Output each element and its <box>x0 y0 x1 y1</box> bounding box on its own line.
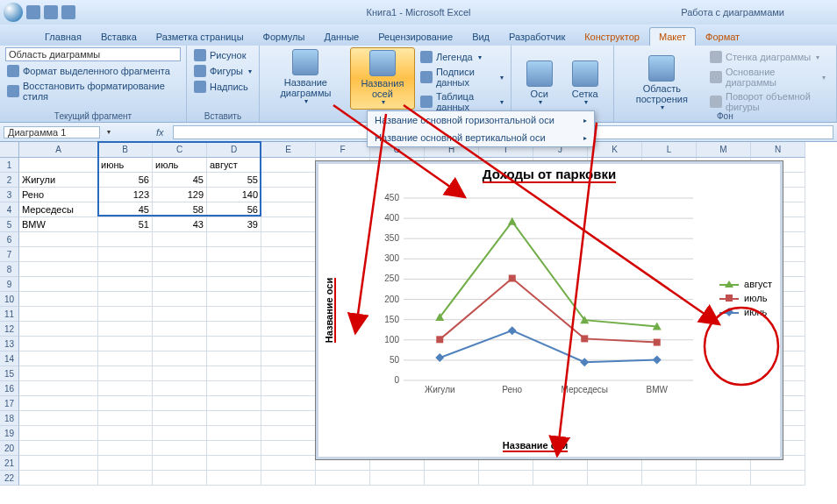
cell-C11[interactable] <box>153 307 207 322</box>
cell-D2[interactable]: 55 <box>207 173 261 188</box>
cell-A13[interactable] <box>19 337 98 351</box>
cell-D17[interactable] <box>207 396 261 411</box>
cell-C3[interactable]: 129 <box>153 188 207 202</box>
cell-A14[interactable] <box>19 351 98 366</box>
cell-B5[interactable]: 51 <box>98 217 153 232</box>
cell-C16[interactable] <box>153 381 207 396</box>
row-header-18[interactable]: 18 <box>0 411 19 426</box>
cell-B6[interactable] <box>98 232 153 247</box>
cell-D13[interactable] <box>207 337 261 351</box>
cell-E2[interactable] <box>261 173 316 188</box>
cell-K22[interactable] <box>588 471 642 486</box>
row-header-15[interactable]: 15 <box>0 366 19 381</box>
qat-save[interactable] <box>26 5 40 19</box>
cell-E18[interactable] <box>261 411 316 426</box>
cell-D22[interactable] <box>207 471 261 486</box>
cell-E5[interactable] <box>261 217 316 232</box>
cell-F22[interactable] <box>316 471 370 486</box>
cell-C17[interactable] <box>153 396 207 411</box>
chart-object[interactable]: Доходы от парковки Название оси 05010015… <box>315 160 783 460</box>
cell-A21[interactable] <box>19 456 98 471</box>
chart-title-button[interactable]: Название диаграммы▾ <box>261 47 350 108</box>
cell-A20[interactable] <box>19 441 98 456</box>
cell-D15[interactable] <box>207 366 261 381</box>
cell-C21[interactable] <box>153 456 207 471</box>
cell-D1[interactable]: август <box>207 158 261 173</box>
cell-C1[interactable]: июль <box>153 158 207 173</box>
cell-E7[interactable] <box>261 247 316 262</box>
cell-L22[interactable] <box>642 471 697 486</box>
cell-D8[interactable] <box>207 262 261 277</box>
cell-C13[interactable] <box>153 337 207 351</box>
cell-A17[interactable] <box>19 396 98 411</box>
gridlines-button[interactable]: Сетка▾ <box>562 47 608 120</box>
legend-button[interactable]: Легенда▾ <box>418 49 505 65</box>
legend-item-июнь[interactable]: июнь <box>719 307 772 317</box>
tab-рецензирование[interactable]: Рецензирование <box>368 27 462 46</box>
chart-legend[interactable]: августиюльиюнь <box>719 275 772 321</box>
cell-B4[interactable]: 45 <box>98 202 153 217</box>
cell-E22[interactable] <box>261 471 316 486</box>
tab-вставка[interactable]: Вставка <box>91 27 147 46</box>
cell-B17[interactable] <box>98 396 153 411</box>
row-header-13[interactable]: 13 <box>0 337 19 351</box>
row-header-4[interactable]: 4 <box>0 202 19 217</box>
cell-E12[interactable] <box>261 322 316 337</box>
cell-C18[interactable] <box>153 411 207 426</box>
cell-A8[interactable] <box>19 262 98 277</box>
primary-v-axis-title-item[interactable]: Название основной вертикальной оси▸ <box>368 129 594 146</box>
row-header-1[interactable]: 1 <box>0 158 19 173</box>
row-header-11[interactable]: 11 <box>0 307 19 322</box>
col-header-N[interactable]: N <box>751 142 805 158</box>
cell-A9[interactable] <box>19 277 98 292</box>
cell-E11[interactable] <box>261 307 316 322</box>
cell-B21[interactable] <box>98 456 153 471</box>
plot-area-button[interactable]: Область построения▾ <box>619 47 705 120</box>
row-header-3[interactable]: 3 <box>0 188 19 202</box>
tab-главная[interactable]: Главная <box>35 27 91 46</box>
cell-E21[interactable] <box>261 456 316 471</box>
cell-A4[interactable]: Мерседесы <box>19 202 98 217</box>
name-box[interactable]: Диаграмма 1 <box>4 126 100 138</box>
cell-B16[interactable] <box>98 381 153 396</box>
cell-A12[interactable] <box>19 322 98 337</box>
chart-title[interactable]: Доходы от парковки <box>316 167 783 183</box>
cell-G22[interactable] <box>370 471 425 486</box>
cell-C6[interactable] <box>153 232 207 247</box>
cell-C9[interactable] <box>153 277 207 292</box>
tab-макет[interactable]: Макет <box>649 27 696 46</box>
cell-B18[interactable] <box>98 411 153 426</box>
format-selection-button[interactable]: Формат выделенного фрагмента <box>5 63 181 79</box>
cell-E6[interactable] <box>261 232 316 247</box>
cell-D20[interactable] <box>207 441 261 456</box>
tab-разработчик[interactable]: Разработчик <box>499 27 575 46</box>
cell-B2[interactable]: 56 <box>98 173 153 188</box>
cell-E1[interactable] <box>261 158 316 173</box>
cell-C10[interactable] <box>153 292 207 307</box>
cell-E14[interactable] <box>261 351 316 366</box>
cell-D7[interactable] <box>207 247 261 262</box>
cell-C5[interactable]: 43 <box>153 217 207 232</box>
cell-J22[interactable] <box>533 471 588 486</box>
y-axis-title[interactable]: Название оси <box>324 266 336 354</box>
cell-B3[interactable]: 123 <box>98 188 153 202</box>
cell-B11[interactable] <box>98 307 153 322</box>
cell-C8[interactable] <box>153 262 207 277</box>
cell-B9[interactable] <box>98 277 153 292</box>
axis-titles-button[interactable]: Названия осей▾ <box>350 47 415 110</box>
row-header-21[interactable]: 21 <box>0 456 19 471</box>
col-header-D[interactable]: D <box>207 142 261 158</box>
cell-D18[interactable] <box>207 411 261 426</box>
row-header-10[interactable]: 10 <box>0 292 19 307</box>
reset-style-button[interactable]: Восстановить форматирование стиля <box>5 79 181 103</box>
cell-B14[interactable] <box>98 351 153 366</box>
col-header-B[interactable]: B <box>98 142 153 158</box>
row-header-7[interactable]: 7 <box>0 247 19 262</box>
insert-textbox-button[interactable]: Надпись <box>192 79 254 95</box>
cell-C12[interactable] <box>153 322 207 337</box>
cell-D12[interactable] <box>207 322 261 337</box>
legend-item-август[interactable]: август <box>719 279 772 289</box>
cell-D10[interactable] <box>207 292 261 307</box>
cell-B22[interactable] <box>98 471 153 486</box>
cell-H22[interactable] <box>425 471 479 486</box>
